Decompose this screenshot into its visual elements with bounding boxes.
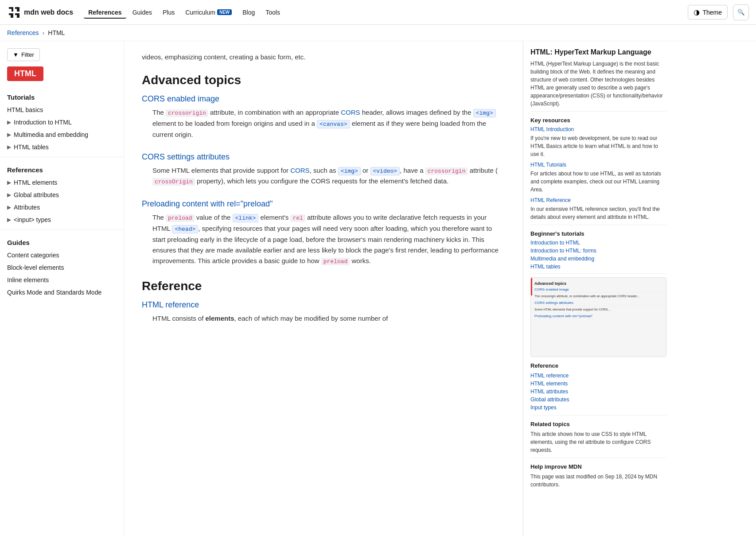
- filter-button[interactable]: ▼ Filter: [7, 48, 40, 61]
- arrow-icon: ▶: [7, 132, 11, 138]
- sidebar-divider: [0, 157, 124, 157]
- cors-link[interactable]: CORS: [341, 109, 360, 116]
- sidebar-item-block-level[interactable]: Block-level elements: [0, 261, 124, 274]
- cors-settings-link[interactable]: CORS settings attributes: [142, 152, 505, 162]
- crossOrigin-code: crossOrigin: [152, 178, 195, 186]
- right-panel-content: HTML: HyperText Markup Language HTML (Hy…: [523, 41, 674, 499]
- right-panel-title: HTML: HyperText Markup Language: [530, 48, 666, 56]
- cors-settings-section: CORS settings attributes Some HTML eleme…: [142, 152, 505, 187]
- logo-icon: [7, 5, 21, 19]
- elements-strong: elements: [205, 315, 234, 322]
- crossorigin-code: crossorigin: [166, 109, 208, 117]
- preloading-text: The preload value of the <link> element'…: [152, 212, 505, 266]
- toc-input-types[interactable]: Input types: [530, 404, 666, 412]
- theme-button[interactable]: ◑ Theme: [688, 5, 728, 19]
- search-button[interactable]: 🔍: [733, 4, 749, 20]
- html-reference-body: HTML consists of elements, each of which…: [142, 313, 505, 324]
- sidebar-item-multimedia[interactable]: ▶ Multimedia and embedding: [0, 128, 124, 141]
- arrow-icon: ▶: [7, 119, 11, 125]
- sidebar-item-global-attributes[interactable]: ▶ Global attributes: [0, 189, 124, 201]
- toc-html-reference[interactable]: HTML reference: [530, 372, 666, 380]
- preloading-link[interactable]: Preloading content with rel="preload": [142, 199, 505, 209]
- nav-tools[interactable]: Tools: [261, 6, 284, 19]
- sidebar-item-html-basics[interactable]: HTML basics: [0, 104, 124, 116]
- logo-link[interactable]: mdn web docs: [7, 5, 73, 19]
- tutorials-heading: Tutorials: [0, 88, 124, 104]
- filter-icon: ▼: [13, 51, 19, 58]
- main-layout: ▼ Filter HTML Tutorials HTML basics ▶ In…: [0, 41, 756, 536]
- theme-icon: ◑: [694, 8, 700, 16]
- html-tutorials-desc: For articles about how to use HTML, as w…: [530, 170, 666, 194]
- preloading-body: The preload value of the <link> element'…: [142, 212, 505, 266]
- nav-plus[interactable]: Plus: [158, 6, 179, 19]
- nav-references[interactable]: References: [84, 6, 126, 19]
- arrow-icon: ▶: [7, 179, 11, 186]
- breadcrumb-separator: ›: [43, 29, 45, 36]
- nav-curriculum[interactable]: Curriculum NEW: [181, 6, 236, 19]
- cors-image-link[interactable]: CORS enabled image: [142, 94, 505, 104]
- arrow-icon: ▶: [7, 192, 11, 198]
- breadcrumb-references[interactable]: References: [7, 29, 39, 36]
- intro-text: videos, emphasizing content, creating a …: [142, 52, 505, 62]
- guides-heading: Guides: [0, 233, 124, 249]
- sidebar-item-inline-elements[interactable]: Inline elements: [0, 274, 124, 286]
- cors-image-text: The crossorigin attribute, in combinatio…: [152, 107, 505, 140]
- html-reference-section: HTML reference HTML consists of elements…: [142, 300, 505, 324]
- toc-global-attributes[interactable]: Global attributes: [530, 396, 666, 404]
- nav-blog[interactable]: Blog: [238, 6, 259, 19]
- toc-section: Reference HTML reference HTML elements H…: [530, 362, 666, 412]
- panel-divider-5: [530, 458, 666, 458]
- sidebar-item-input-types[interactable]: ▶ <input> types: [0, 214, 124, 226]
- cors-image-section: CORS enabled image The crossorigin attri…: [142, 94, 505, 140]
- crossorigin-code-2: crossorigin: [425, 167, 468, 175]
- html-reference-link-panel[interactable]: HTML Reference: [530, 197, 666, 203]
- sidebar-item-content-categories[interactable]: Content categories: [0, 249, 124, 261]
- img-code: <img>: [473, 109, 496, 117]
- cors-settings-body: Some HTML elements that provide support …: [142, 165, 505, 187]
- toc-html-attributes[interactable]: HTML attributes: [530, 388, 666, 396]
- new-badge: NEW: [217, 9, 232, 15]
- sidebar-item-attributes[interactable]: ▶ Attributes: [0, 201, 124, 214]
- sidebar-item-intro-html[interactable]: ▶ Introduction to HTML: [0, 116, 124, 128]
- preloading-section: Preloading content with rel="preload" Th…: [142, 199, 505, 266]
- panel-divider-4: [530, 415, 666, 416]
- toc-html-elements[interactable]: HTML elements: [530, 380, 666, 388]
- intro-html-link[interactable]: Introduction to HTML: [530, 240, 666, 246]
- link-code: <link>: [233, 214, 259, 222]
- multimedia-link[interactable]: Multimedia and embedding: [530, 256, 666, 262]
- arrow-icon: ▶: [7, 217, 11, 223]
- breadcrumb-html: HTML: [48, 29, 65, 36]
- canvas-code: <canvas>: [317, 120, 350, 128]
- sidebar-item-html-tables[interactable]: ▶ HTML tables: [0, 141, 124, 153]
- breadcrumb: References › HTML: [0, 25, 756, 41]
- right-panel-divider: [530, 111, 666, 112]
- intro-forms-link[interactable]: Introduction to HTML: forms: [530, 248, 666, 254]
- search-icon: 🔍: [737, 9, 745, 16]
- cors-image-body: The crossorigin attribute, in combinatio…: [142, 107, 505, 140]
- top-navigation: mdn web docs References Guides Plus Curr…: [0, 0, 756, 25]
- img-code-2: <img>: [338, 167, 361, 175]
- related-text: This article shows how to use CSS to sty…: [530, 430, 666, 454]
- mini-screenshot: Advanced topics CORS enabled image The c…: [530, 277, 666, 357]
- tables-link[interactable]: HTML tables: [530, 264, 666, 270]
- nav-links: References Guides Plus Curriculum NEW Bl…: [84, 6, 284, 19]
- sidebar-item-html-elements[interactable]: ▶ HTML elements: [0, 176, 124, 189]
- html-reference-desc: In our extensive HTML reference section,…: [530, 205, 666, 221]
- advanced-topics-heading: Advanced topics: [142, 73, 505, 87]
- html-intro-link[interactable]: HTML Introduction: [530, 126, 666, 132]
- sidebar-item-quirks-mode[interactable]: Quirks Mode and Standards Mode: [0, 286, 124, 299]
- right-panel: HTML: HyperText Markup Language HTML (Hy…: [523, 41, 674, 536]
- related-topics-heading: Related topics: [530, 421, 666, 427]
- html-reference-link[interactable]: HTML reference: [142, 300, 505, 310]
- toc-heading: Reference: [530, 362, 666, 369]
- references-heading: References: [0, 161, 124, 176]
- cors-settings-text: Some HTML elements that provide support …: [152, 165, 505, 187]
- panel-divider-3: [530, 273, 666, 274]
- arrow-icon: ▶: [7, 204, 11, 210]
- logo-text: mdn web docs: [24, 8, 73, 16]
- cors-link-2[interactable]: CORS: [290, 167, 309, 174]
- nav-guides[interactable]: Guides: [128, 6, 156, 19]
- nav-right: ◑ Theme 🔍: [688, 4, 749, 20]
- arrow-icon: ▶: [7, 144, 11, 150]
- html-tutorials-link[interactable]: HTML Tutorials: [530, 162, 666, 168]
